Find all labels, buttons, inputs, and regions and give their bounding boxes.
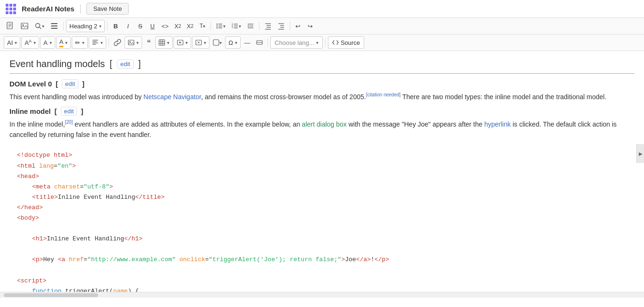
code-line-3: <head> <box>17 171 627 182</box>
right-arrow[interactable]: ▶ <box>636 144 644 163</box>
heading-dropdown[interactable]: Heading 2 ▾ <box>66 20 105 32</box>
highlight-label: ✏ <box>75 39 80 46</box>
section-edit-link[interactable]: edit <box>117 60 134 68</box>
svg-rect-9 <box>51 26 58 26</box>
source-button[interactable]: Source <box>328 36 364 49</box>
code-line-blank1 <box>17 223 627 234</box>
alert-dialog-link[interactable]: alert dialog box <box>302 120 347 128</box>
underline-btn[interactable]: U <box>147 20 158 32</box>
subscript-btn[interactable]: X2 <box>172 20 183 32</box>
app-name: ReaderAI Notes <box>22 5 75 13</box>
special-chars-btn[interactable]: ▾ <box>210 36 224 49</box>
code-line-9: <h1>Inline Event Handling</h1> <box>17 234 627 244</box>
list-ul-btn[interactable]: ▾ <box>213 20 228 32</box>
redo-btn[interactable]: ↪ <box>305 20 316 32</box>
code-line-blank3 <box>17 265 627 276</box>
svg-rect-4 <box>21 23 28 29</box>
code-line-6: </head> <box>17 203 627 213</box>
italic-btn[interactable]: I <box>122 20 134 32</box>
format-clear-btn[interactable] <box>48 20 61 32</box>
ai-dropdown[interactable]: AI ▾ <box>4 36 20 49</box>
netscape-link[interactable]: Netscape Navigator <box>143 93 201 101</box>
lang-dropdown[interactable]: Choose lang... ▾ <box>270 36 323 49</box>
special-chevron: ▾ <box>219 40 222 45</box>
font-color-label: A <box>43 39 48 46</box>
font-color-chevron: ▾ <box>50 40 52 45</box>
scrollbar-thumb[interactable] <box>4 293 98 297</box>
highlight-dropdown[interactable]: ✏ ▾ <box>72 36 88 49</box>
quote-btn[interactable]: ❝ <box>143 36 154 49</box>
omega-label: Ω <box>228 39 233 46</box>
code-btn[interactable]: <> <box>159 20 171 32</box>
save-note-button[interactable]: Save Note <box>86 3 129 15</box>
svg-marker-46 <box>179 42 182 43</box>
sep3 <box>210 22 211 30</box>
pdf-btn[interactable] <box>4 20 17 32</box>
hr-btn[interactable]: — <box>242 36 253 49</box>
align-icon <box>92 39 99 46</box>
source-icon <box>332 39 339 46</box>
list-ol-chevron: ▾ <box>239 24 241 29</box>
link-btn[interactable] <box>111 36 124 49</box>
hyperlink-link[interactable]: hyperlink <box>484 120 510 128</box>
bottom-scrollbar[interactable] <box>0 292 644 298</box>
toolbar-row-2: AI ▾ AA ▾ A ▾ A ▾ ✏ ▾ ▾ <box>0 34 644 51</box>
img-btn[interactable] <box>18 20 31 32</box>
search-chevron: ▾ <box>42 24 44 29</box>
svg-rect-50 <box>213 40 219 45</box>
embed-dropdown[interactable]: ▾ <box>192 36 209 49</box>
sep1 <box>63 22 64 30</box>
svg-line-7 <box>40 27 42 29</box>
lang-chevron: ▾ <box>316 40 318 45</box>
code-line-5: <title>Inline Event Handling</title> <box>17 192 627 203</box>
ref-20: [20] <box>65 119 73 125</box>
citation-needed: [citation needed] <box>366 92 401 97</box>
ai-label: AI <box>7 39 13 46</box>
heading-label: Heading 2 <box>69 23 97 30</box>
inline-para-text2: event handlers are added as attributes o… <box>73 120 302 128</box>
section-title: Event handling models [ edit ] <box>9 59 635 74</box>
lang-label: Choose lang... <box>275 39 314 46</box>
search-btn[interactable]: ▾ <box>32 20 47 32</box>
section-edit-brackets2: ] <box>138 59 141 69</box>
sep7 <box>268 38 268 47</box>
app-grid-icon[interactable] <box>6 4 16 14</box>
dom-edit-bracket2: ] <box>82 80 84 88</box>
image-chevron: ▾ <box>136 40 139 45</box>
font-size-chevron: ▾ <box>33 40 36 45</box>
bold-btn[interactable]: B <box>110 20 121 32</box>
dom-edit-link[interactable]: edit <box>62 79 78 88</box>
sep8 <box>325 38 326 47</box>
ai-chevron: ▾ <box>15 40 17 45</box>
special-char-dropdown[interactable]: Ω ▾ <box>225 36 241 49</box>
image-dropdown[interactable]: ▾ <box>125 36 142 49</box>
strikethrough-btn[interactable]: S <box>134 20 146 32</box>
font-color-dropdown[interactable]: A ▾ <box>40 36 55 49</box>
dom-para-text3: There are two model types: the inline mo… <box>401 93 606 101</box>
dom-edit-bracket1: [ <box>56 80 58 88</box>
font-size-dropdown[interactable]: AA ▾ <box>21 36 39 49</box>
inline-edit-link[interactable]: edit <box>61 107 77 116</box>
indent-btn[interactable] <box>275 20 287 32</box>
bg-color-dropdown[interactable]: A ▾ <box>56 36 71 49</box>
align-dropdown[interactable]: ▾ <box>89 36 106 49</box>
media-dropdown[interactable]: ▾ <box>174 36 191 49</box>
outdent-btn[interactable] <box>262 20 274 32</box>
list-ol-btn[interactable]: 1. 2. 3. ▾ <box>229 20 243 32</box>
source-label: Source <box>341 39 360 46</box>
indent-decrease-btn[interactable] <box>244 20 257 32</box>
table-dropdown[interactable]: ▾ <box>155 36 173 49</box>
content-area: Event handling models [ edit ] DOM Level… <box>0 51 644 292</box>
sep4 <box>259 22 259 30</box>
code-line-1: <!doctype html> <box>17 150 627 161</box>
undo-btn[interactable]: ↩ <box>293 20 304 32</box>
dom-level-paragraph: This event handling model was introduced… <box>9 91 635 102</box>
clear-format-btn[interactable]: Tx <box>197 20 208 32</box>
dom-para-text1: This event handling model was introduced… <box>9 93 143 101</box>
separator-btn[interactable] <box>254 36 265 49</box>
heading-chevron: ▾ <box>99 24 101 29</box>
svg-point-6 <box>36 24 40 28</box>
superscript-btn[interactable]: X2 <box>184 20 196 32</box>
bg-color-chevron: ▾ <box>65 40 67 45</box>
embed-chevron: ▾ <box>204 40 206 45</box>
